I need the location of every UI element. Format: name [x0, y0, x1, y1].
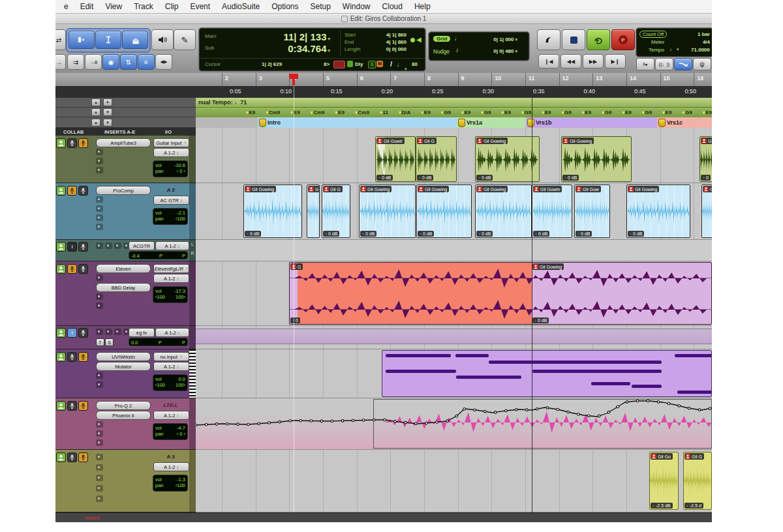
- pre-roll-value[interactable]: 8>: [324, 61, 330, 67]
- chord-symbol[interactable]: Cm9: [266, 108, 280, 117]
- clip-gain-badge[interactable]: 0: [701, 175, 711, 181]
- solo-badge[interactable]: S: [368, 61, 376, 68]
- track-name-button[interactable]: eg fx: [129, 328, 155, 337]
- audio-clip[interactable]: G: [307, 185, 320, 238]
- track-lane-3[interactable]: [196, 240, 712, 261]
- output-selector[interactable]: A 1-2: [153, 274, 189, 283]
- collab-owner-button[interactable]: [56, 401, 66, 411]
- count-off-label[interactable]: Count Off: [639, 31, 667, 38]
- tempo-value[interactable]: 71.0000: [677, 47, 710, 53]
- insert-slot-empty[interactable]: [114, 329, 121, 335]
- menu-item[interactable]: Clip: [159, 2, 185, 11]
- clip-gain-badge[interactable]: 0 dB: [476, 175, 493, 181]
- audio-clip[interactable]: Gil Gowing 0 dB: [475, 136, 540, 182]
- grid-value[interactable]: 0| 1| 000: [482, 37, 517, 42]
- track-lane-4[interactable]: G Gil Gowing 0 0 dB: [196, 261, 712, 326]
- go-to-end-button[interactable]: ▶❙: [605, 54, 626, 68]
- record-button[interactable]: P: [611, 29, 635, 50]
- audio-clip[interactable]: Gil Gowir 0 dB: [375, 136, 416, 182]
- mirror-midi-button[interactable]: ⇅: [120, 54, 137, 70]
- fast-forward-button[interactable]: ▶▶: [583, 54, 604, 68]
- clip-gain-badge[interactable]: 0: [290, 318, 300, 323]
- midi-note[interactable]: [677, 391, 712, 394]
- track-header-7[interactable]: Pro-Q 2 Phoenix II LTD.L A 1-2 vol-4.7 p…: [55, 398, 189, 450]
- main-counter-value[interactable]: 11| 2| 133: [239, 31, 330, 42]
- track-header-1[interactable]: AmpliTube3 Guitar Input A 1-2 vol-10.6 p…: [55, 136, 189, 183]
- chord-symbol[interactable]: Cm9: [355, 108, 369, 117]
- insert-slot-empty[interactable]: [96, 243, 103, 249]
- collab-upload-button[interactable]: [78, 352, 88, 362]
- vol-pan-display[interactable]: vol-1.3 pan‹100: [153, 475, 188, 492]
- collab-owner-button[interactable]: [56, 186, 66, 196]
- zoom-tool-button[interactable]: ⇄: [55, 29, 66, 50]
- online-button[interactable]: [537, 29, 560, 50]
- chord-lane-down-icon[interactable]: ▼: [103, 108, 112, 116]
- insert-slot-a[interactable]: UVIWrkstn: [96, 352, 151, 361]
- audio-clip-stereo[interactable]: G Gil Gowing 0 0 dB: [289, 262, 712, 325]
- insert-slot-empty[interactable]: [96, 167, 103, 173]
- collab-mic-button[interactable]: [67, 352, 77, 362]
- chord-symbol[interactable]: E9: [542, 108, 551, 117]
- midi-note[interactable]: [675, 354, 712, 357]
- chord-symbol[interactable]: E9: [502, 108, 511, 117]
- insert-slot-empty[interactable]: [96, 205, 103, 212]
- collab-upload-button[interactable]: [78, 264, 88, 274]
- insert-slot-empty[interactable]: [114, 243, 121, 249]
- vol-pan-display[interactable]: vol-4.7 pan‹ 0 ›: [153, 423, 188, 440]
- collab-id-button[interactable]: I: [67, 242, 77, 252]
- midi-note[interactable]: [455, 354, 489, 357]
- insert-slot-empty[interactable]: [96, 196, 103, 203]
- title-bar[interactable]: Edit: Giros Collaboration 1: [55, 14, 712, 24]
- output-selector[interactable]: A 1-2: [153, 411, 189, 420]
- marker-vrs1b[interactable]: Vrs1b: [526, 117, 657, 128]
- audio-clip[interactable]: Gil Gowing 0 dB: [561, 136, 632, 182]
- count-off-button[interactable]: ((♩)): [655, 58, 673, 70]
- clip-gain-badge[interactable]: 0 dB: [323, 231, 339, 237]
- tempo-lane-up-icon[interactable]: ▲: [91, 98, 100, 106]
- chord-symbol[interactable]: E9: [461, 108, 470, 117]
- chord-symbol[interactable]: E9: [582, 108, 591, 117]
- midi-merge-button[interactable]: [674, 58, 692, 70]
- vol-pan-display[interactable]: vol-17.3 ‹100100›: [153, 286, 188, 303]
- vol-pan-display[interactable]: vol-2.1 pan‹100: [153, 208, 188, 225]
- clip-gain-badge[interactable]: 0 dB: [628, 231, 644, 237]
- trim-tool-button[interactable]: [69, 31, 95, 49]
- play-button[interactable]: [587, 29, 610, 50]
- track-lane-1[interactable]: Gil Gowir 0 dB Gil G 0 dB Gil Gowing 0 d…: [196, 136, 712, 183]
- insert-slot-empty[interactable]: [105, 243, 112, 249]
- nudge-value[interactable]: 0| 0| 480: [482, 48, 517, 54]
- insert-slot-empty[interactable]: [96, 274, 103, 281]
- stop-button[interactable]: [562, 29, 585, 50]
- clip-gain-badge[interactable]: 0 dB: [476, 231, 493, 237]
- edit-arrangement-area[interactable]: Gil Gowir 0 dB Gil G 0 dB Gil Gowing 0 d…: [196, 128, 712, 512]
- marker-lane-up-icon[interactable]: ▲: [91, 119, 100, 126]
- audio-clip[interactable]: G: [701, 185, 712, 238]
- clip-gain-badge[interactable]: 0 dB: [562, 175, 579, 181]
- chord-symbol[interactable]: E9: [662, 108, 671, 117]
- fx-clip-region[interactable]: [196, 329, 712, 344]
- tab-to-transient-button[interactable]: ◉: [102, 54, 119, 70]
- chord-symbol[interactable]: E9: [421, 108, 430, 117]
- clip-gain-badge[interactable]: 0 dB: [245, 231, 261, 237]
- insert-slot-empty[interactable]: [96, 372, 103, 379]
- insert-slot-c[interactable]: BBD Delay: [96, 283, 151, 292]
- collab-owner-button[interactable]: [56, 328, 66, 338]
- audio-clip[interactable]: Gil Gowin 0 dB: [532, 185, 572, 238]
- collab-mic-button[interactable]: [67, 264, 77, 274]
- track-header-2[interactable]: ProComp A 5 AC GTR vol-2.1 pan‹100: [55, 183, 189, 240]
- midi-note[interactable]: [456, 376, 521, 379]
- track-header-5[interactable]: I T S eg fx A 1-2 0.0PP: [55, 326, 189, 349]
- collab-upload-button[interactable]: [78, 138, 88, 148]
- track-lane-6-midi[interactable]: [196, 349, 712, 398]
- output-selector[interactable]: A 1-2: [153, 462, 189, 471]
- collab-upload-button[interactable]: [78, 401, 88, 411]
- midi-note[interactable]: [489, 361, 662, 364]
- chord-symbol[interactable]: E9: [703, 108, 712, 117]
- meter-label[interactable]: Meter: [651, 39, 664, 45]
- collab-upload-button[interactable]: [78, 186, 88, 196]
- tempo-label[interactable]: Tempo: [649, 47, 664, 53]
- marker-lane-down-icon[interactable]: ▼: [103, 119, 112, 126]
- selector-tool-button[interactable]: [95, 31, 121, 49]
- insert-slot-empty[interactable]: [96, 214, 103, 221]
- chord-symbol[interactable]: E9: [335, 108, 345, 117]
